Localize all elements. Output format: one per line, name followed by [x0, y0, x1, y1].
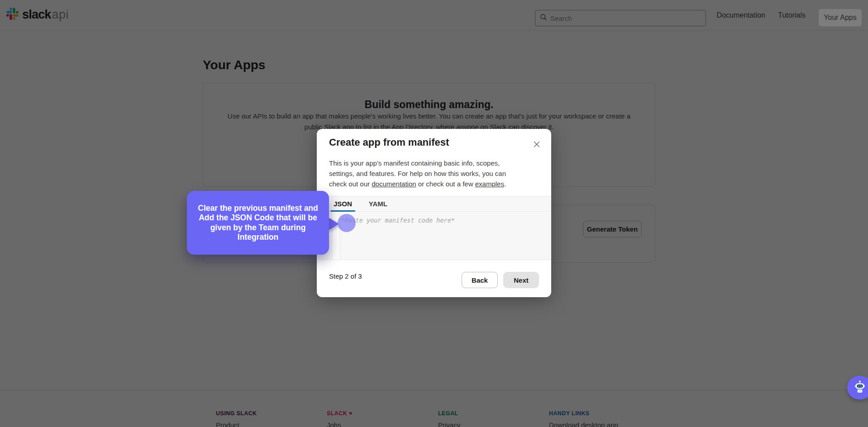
tab-json[interactable]: JSON: [329, 196, 357, 211]
close-icon[interactable]: [532, 140, 541, 149]
modal-description-text: or check out a few: [416, 180, 475, 188]
next-button[interactable]: Next: [503, 272, 539, 288]
modal-footer: Step 2 of 3 Back Next: [317, 260, 551, 297]
editor-placeholder: *Paste your manifest code here*: [341, 217, 455, 224]
examples-link[interactable]: examples: [475, 180, 504, 188]
chatbot-widget-button[interactable]: [847, 376, 868, 399]
nav-your-apps-active[interactable]: Your Apps: [819, 9, 862, 26]
modal-description-text: .: [504, 180, 506, 188]
tab-yaml[interactable]: YAML: [364, 196, 392, 211]
robot-icon: [854, 380, 866, 395]
tutorial-tooltip: Clear the previous manifest and Add the …: [187, 191, 329, 255]
manifest-format-tabs: JSON YAML: [317, 196, 551, 212]
back-button[interactable]: Back: [462, 272, 498, 288]
documentation-link[interactable]: documentation: [372, 180, 416, 188]
click-indicator-dot: [338, 214, 356, 232]
create-app-from-manifest-modal: Create app from manifest This is your ap…: [317, 129, 551, 297]
tutorial-tooltip-text: Clear the previous manifest and Add the …: [193, 204, 323, 242]
modal-title: Create app from manifest: [329, 137, 449, 148]
modal-description: This is your app's manifest containing b…: [329, 158, 508, 189]
step-indicator: Step 2 of 3: [329, 272, 362, 280]
